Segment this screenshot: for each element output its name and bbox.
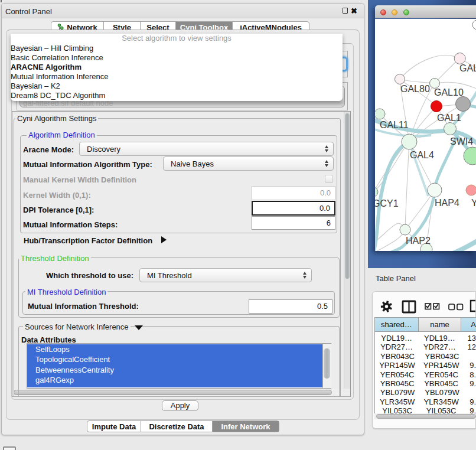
svg-text:GCY1: GCY1 — [375, 198, 399, 208]
svg-text:GAL11: GAL11 — [380, 120, 409, 130]
svg-text:HAP2: HAP2 — [406, 236, 431, 246]
svg-text:GAL80: GAL80 — [400, 84, 430, 94]
svg-text:GAL4: GAL4 — [410, 150, 434, 160]
svg-text:GAL1: GAL1 — [437, 113, 461, 123]
svg-text:SWI4: SWI4 — [450, 136, 473, 146]
svg-text:GAL10: GAL10 — [434, 87, 464, 97]
svg-text:Y: Y — [471, 198, 476, 208]
svg-text:HAP4: HAP4 — [435, 198, 459, 208]
svg-text:GAL7: GAL7 — [459, 63, 476, 73]
